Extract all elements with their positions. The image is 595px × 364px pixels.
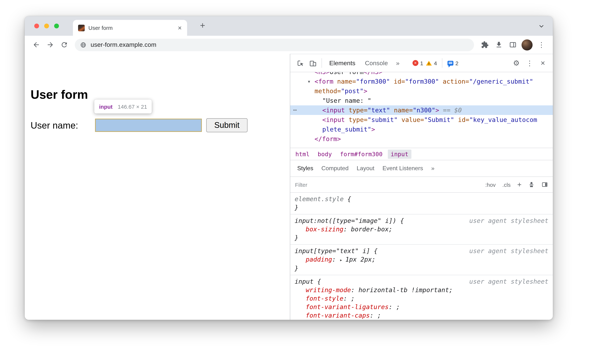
dom-node-line[interactable]: ⋯<input type="text" name="n300"> == $0 bbox=[290, 105, 553, 115]
filter-bar-controls: :hov .cls + bbox=[485, 181, 548, 188]
node-menu-dots-icon[interactable]: ⋯ bbox=[293, 105, 297, 115]
page-heading: User form bbox=[31, 88, 88, 102]
site-info-globe-icon[interactable] bbox=[80, 42, 86, 48]
toolbar-divider bbox=[322, 58, 322, 68]
tab-close-icon[interactable]: ✕ bbox=[178, 25, 182, 31]
devtools-menu-kebab-icon[interactable]: ⋮ bbox=[523, 57, 536, 69]
address-bar[interactable]: user-form.example.com bbox=[75, 38, 474, 51]
styles-tab-computed[interactable]: Computed bbox=[317, 165, 353, 172]
code-token: User form bbox=[330, 72, 363, 76]
breadcrumb-item[interactable]: html bbox=[295, 150, 310, 157]
code-token: type= bbox=[345, 107, 368, 114]
code-token: <input bbox=[322, 107, 345, 114]
settings-gear-icon[interactable]: ⚙ bbox=[510, 57, 523, 69]
dom-node-line[interactable]: "User name: " bbox=[290, 96, 553, 105]
error-count: 1 bbox=[420, 60, 423, 66]
filter-input[interactable]: Filter bbox=[295, 181, 485, 188]
dom-node-line[interactable]: plete_submit"> bbox=[290, 125, 553, 134]
code-token: <h3> bbox=[315, 72, 330, 76]
breadcrumb-bar: htmlbodyform#form300input bbox=[290, 148, 553, 160]
tab-console[interactable]: Console bbox=[360, 54, 393, 72]
username-label: User name: bbox=[31, 119, 78, 132]
style-rule: user agent stylesheetinput:not([type="im… bbox=[290, 214, 553, 245]
code-token: </form> bbox=[315, 135, 341, 143]
web-page: User form input 146.67 × 21 User name: S… bbox=[25, 54, 290, 320]
forward-button[interactable] bbox=[43, 38, 57, 52]
style-rule: user agent stylesheetinput {writing-mode… bbox=[290, 275, 553, 320]
breadcrumb-item[interactable]: body bbox=[318, 150, 332, 157]
tab-favicon bbox=[78, 24, 85, 31]
issues-badge[interactable]: 2 bbox=[448, 60, 459, 66]
format-styles-icon[interactable] bbox=[528, 181, 535, 188]
close-window-button[interactable] bbox=[34, 24, 39, 28]
styles-tab-styles[interactable]: Styles bbox=[293, 165, 317, 172]
code-token: "Submit" bbox=[424, 116, 454, 123]
browser-menu-kebab-icon[interactable]: ⋮ bbox=[534, 38, 548, 52]
dom-node-line[interactable]: ▼<form name="form300" id="form300" actio… bbox=[290, 77, 553, 86]
element-classes-button[interactable]: .cls bbox=[502, 181, 511, 188]
error-badge[interactable]: ✕ 1 bbox=[412, 60, 423, 66]
code-token: "n300" bbox=[413, 107, 435, 114]
rule-close-brace: } bbox=[295, 234, 548, 242]
window-controls bbox=[34, 24, 59, 28]
minimize-window-button[interactable] bbox=[44, 24, 49, 28]
code-token: "key_value_autocom bbox=[469, 116, 537, 123]
profile-avatar[interactable] bbox=[522, 39, 532, 50]
tab-elements[interactable]: Elements bbox=[325, 54, 360, 72]
dom-node-line[interactable]: method="post"> bbox=[290, 86, 553, 96]
code-token: name= bbox=[333, 78, 356, 85]
css-property[interactable]: font-variant-caps: ; bbox=[295, 311, 548, 320]
new-style-rule-button[interactable]: + bbox=[517, 181, 522, 188]
rule-selector[interactable]: element.style { bbox=[295, 195, 548, 203]
issues-bubble-icon bbox=[448, 61, 453, 65]
back-button[interactable] bbox=[29, 38, 43, 52]
tab-title: User form bbox=[88, 25, 175, 31]
tab-strip: User form ✕ + bbox=[25, 16, 553, 36]
window-content: User form input 146.67 × 21 User name: S… bbox=[25, 54, 553, 320]
styles-more-tabs-button[interactable]: » bbox=[427, 165, 439, 172]
dom-node-line[interactable]: </form> bbox=[290, 134, 553, 144]
code-token: <input bbox=[322, 116, 345, 123]
side-panel-icon[interactable] bbox=[506, 38, 520, 52]
expand-value-icon[interactable]: ▸ bbox=[340, 257, 345, 263]
dom-tree: ▼<form name="form300" id="form300" actio… bbox=[290, 77, 553, 144]
code-token: "form300" bbox=[356, 78, 390, 85]
css-property[interactable]: font-style: ; bbox=[295, 294, 548, 303]
styles-tab-layout[interactable]: Layout bbox=[353, 165, 378, 172]
inspect-element-icon[interactable] bbox=[294, 57, 306, 69]
more-panels-button[interactable]: » bbox=[393, 54, 403, 72]
username-input[interactable] bbox=[95, 119, 202, 132]
issues-count: 2 bbox=[455, 60, 459, 66]
reload-button[interactable] bbox=[57, 38, 71, 52]
toggle-sidebar-icon[interactable] bbox=[541, 181, 548, 188]
styles-tab-event-listeners[interactable]: Event Listeners bbox=[378, 165, 427, 172]
error-icon: ✕ bbox=[412, 60, 418, 66]
toggle-element-state-button[interactable]: :hov bbox=[485, 181, 496, 188]
expand-arrow-icon[interactable]: ▼ bbox=[308, 77, 310, 86]
stylesheet-origin: user agent stylesheet bbox=[469, 247, 548, 255]
css-property[interactable]: padding: ▸ 1px 2px; bbox=[295, 255, 548, 264]
code-token: == bbox=[439, 107, 454, 114]
device-toolbar-icon[interactable] bbox=[306, 57, 319, 69]
browser-tab[interactable]: User form ✕ bbox=[73, 20, 187, 36]
code-token: action= bbox=[439, 78, 469, 85]
styles-tabbar: StylesComputedLayoutEvent Listeners» bbox=[290, 160, 553, 177]
desktop-background: User form ✕ + bbox=[0, 0, 595, 364]
downloads-icon[interactable] bbox=[492, 38, 506, 52]
tab-overflow-chevron-icon[interactable] bbox=[538, 23, 545, 29]
warning-badge[interactable]: 4 bbox=[426, 60, 437, 66]
css-property[interactable]: box-sizing: border-box; bbox=[295, 225, 548, 234]
devtools-toolbar: Elements Console » ✕ 1 bbox=[290, 54, 553, 72]
breadcrumb-item[interactable]: form#form300 bbox=[340, 150, 382, 157]
zoom-window-button[interactable] bbox=[54, 24, 59, 28]
dom-node-line[interactable]: <input type="submit" value="Submit" id="… bbox=[290, 115, 553, 125]
devtools-close-icon[interactable]: ✕ bbox=[537, 57, 549, 69]
css-property[interactable]: font-variant-ligatures: ; bbox=[295, 303, 548, 311]
breadcrumb-item[interactable]: input bbox=[388, 150, 411, 159]
stylesheet-origin: user agent stylesheet bbox=[469, 278, 548, 286]
code-token: > bbox=[435, 107, 439, 114]
extensions-puzzle-icon[interactable] bbox=[478, 38, 492, 52]
new-tab-button[interactable]: + bbox=[197, 16, 208, 36]
submit-button[interactable]: Submit bbox=[206, 118, 248, 132]
css-property[interactable]: writing-mode: horizontal-tb !important; bbox=[295, 286, 548, 294]
